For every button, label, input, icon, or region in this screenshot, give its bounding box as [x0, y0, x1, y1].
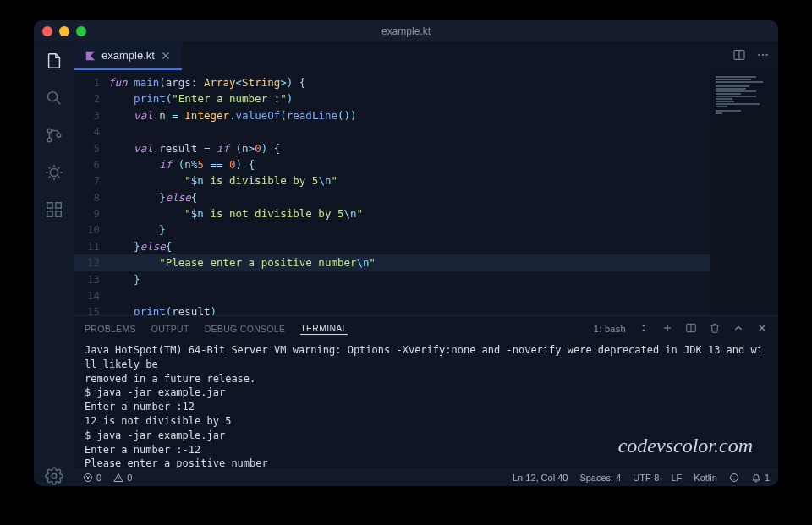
search-icon[interactable] — [44, 88, 64, 108]
status-language[interactable]: Kotlin — [694, 473, 717, 483]
maximize-window-icon[interactable] — [76, 26, 86, 36]
split-terminal-icon[interactable] — [685, 322, 697, 336]
status-spaces[interactable]: Spaces: 4 — [579, 473, 621, 483]
code-line: 6 if (n%5 == 0) { — [74, 156, 710, 172]
code-line: 5 val result = if (n>0) { — [74, 140, 710, 156]
svg-rect-6 — [47, 211, 52, 216]
code-line: 2 print("Enter a number :") — [74, 90, 710, 107]
source-control-icon[interactable] — [44, 125, 64, 145]
dropdown-icon[interactable] — [638, 322, 650, 336]
editor-group: example.kt 1fun main(args: Array<String>… — [74, 42, 778, 486]
svg-point-16 — [730, 473, 738, 481]
close-panel-icon[interactable] — [756, 322, 768, 336]
code-line: 7 "$n is divisible by 5\n" — [74, 172, 710, 189]
tab-bar: example.kt — [74, 42, 778, 71]
svg-point-3 — [57, 134, 61, 138]
svg-point-4 — [50, 168, 58, 176]
tab-debug-console[interactable]: DEBUG CONSOLE — [205, 324, 286, 334]
editor-actions — [732, 42, 778, 70]
status-bell[interactable]: 1 — [751, 473, 770, 483]
svg-point-0 — [48, 92, 58, 101]
status-bell-count: 1 — [765, 473, 770, 483]
titlebar: example.kt — [34, 20, 778, 42]
explorer-icon[interactable] — [44, 51, 64, 71]
svg-point-13 — [766, 53, 768, 55]
code-line: 12 "Please enter a positive number\n" — [74, 254, 710, 271]
close-icon[interactable] — [160, 50, 172, 62]
svg-point-12 — [762, 53, 764, 55]
code-line: 11 }else{ — [74, 238, 710, 254]
code-line: 13 } — [74, 271, 710, 287]
svg-rect-5 — [47, 203, 52, 208]
kotlin-file-icon — [85, 50, 96, 62]
svg-point-9 — [52, 473, 57, 479]
code-line: 10 } — [74, 221, 710, 238]
svg-point-11 — [758, 53, 760, 55]
svg-rect-8 — [56, 203, 61, 208]
window-title: example.kt — [381, 25, 431, 37]
status-warnings-count: 0 — [127, 473, 132, 483]
tab-output[interactable]: OUTPUT — [151, 324, 189, 334]
minimize-window-icon[interactable] — [59, 26, 69, 36]
status-feedback-icon[interactable] — [729, 473, 739, 483]
tab-terminal[interactable]: TERMINAL — [300, 323, 348, 335]
trash-icon[interactable] — [709, 322, 721, 336]
status-errors[interactable]: 0 — [83, 473, 102, 483]
window-controls — [42, 26, 86, 36]
extensions-icon[interactable] — [44, 200, 64, 220]
tab-label: example.kt — [102, 49, 155, 62]
status-errors-count: 0 — [96, 473, 102, 483]
gear-icon[interactable] — [44, 466, 64, 486]
tab-problems[interactable]: PROBLEMS — [85, 324, 136, 334]
code-line: 4 — [74, 123, 710, 139]
svg-point-2 — [47, 138, 52, 142]
code-editor[interactable]: 1fun main(args: Array<String>) {2 print(… — [74, 71, 710, 315]
code-line: 14 — [74, 287, 710, 304]
code-line: 15 print(result) — [74, 304, 710, 315]
editor-wrap: 1fun main(args: Array<String>) {2 print(… — [74, 71, 778, 315]
status-bar: 0 0 Ln 12, Col 40 Spaces: 4 UTF-8 LF Kot… — [74, 468, 778, 486]
minimap[interactable] — [710, 71, 778, 315]
code-line: 3 val n = Integer.valueOf(readLine()) — [74, 107, 710, 123]
plus-icon[interactable] — [661, 322, 673, 336]
chevron-up-icon[interactable] — [732, 322, 744, 336]
code-line: 9 "$n is not divisible by 5\n" — [74, 205, 710, 221]
terminal-selector[interactable]: 1: bash — [594, 324, 626, 334]
activity-bar — [34, 42, 74, 486]
split-editor-icon[interactable] — [732, 48, 746, 65]
status-cursor[interactable]: Ln 12, Col 40 — [513, 473, 568, 483]
code-line: 8 }else{ — [74, 189, 710, 205]
code-line: 1fun main(args: Array<String>) { — [74, 74, 710, 90]
more-icon[interactable] — [756, 48, 770, 65]
status-encoding[interactable]: UTF-8 — [633, 473, 659, 483]
svg-point-1 — [47, 129, 52, 133]
status-warnings[interactable]: 0 — [113, 473, 132, 483]
svg-rect-7 — [56, 211, 61, 216]
status-eol[interactable]: LF — [672, 473, 683, 483]
tab-example-kt[interactable]: example.kt — [74, 42, 182, 70]
editor-window: example.kt — [34, 20, 778, 486]
debug-icon[interactable] — [44, 162, 64, 183]
terminal[interactable]: Java HotSpot(TM) 64-Bit Server VM warnin… — [74, 342, 778, 468]
panel-tabs: PROBLEMS OUTPUT DEBUG CONSOLE TERMINAL 1… — [74, 316, 778, 342]
bottom-panel: PROBLEMS OUTPUT DEBUG CONSOLE TERMINAL 1… — [74, 315, 778, 468]
close-window-icon[interactable] — [42, 26, 52, 36]
main-area: example.kt 1fun main(args: Array<String>… — [34, 42, 778, 486]
